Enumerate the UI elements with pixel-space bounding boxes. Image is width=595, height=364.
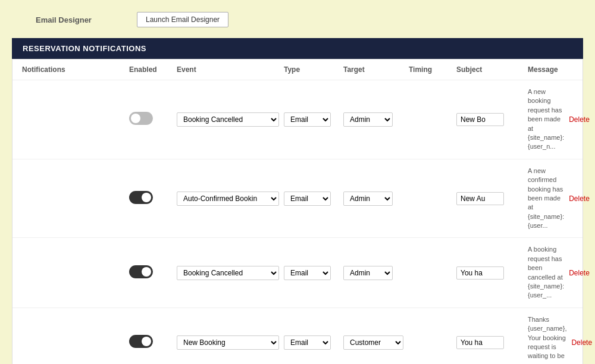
target-cell-2: Admin xyxy=(341,190,406,207)
notifications-cell-2 xyxy=(20,197,127,200)
subject-input-4[interactable] xyxy=(456,336,504,349)
target-select-3[interactable]: Admin xyxy=(343,266,393,280)
event-cell-1: Booking Cancelled Auto-Confirmed Booking… xyxy=(174,111,281,128)
target-select-2[interactable]: Admin xyxy=(343,192,393,206)
type-cell-3: Email SMS xyxy=(281,265,341,281)
toggle-cell-3 xyxy=(127,264,174,281)
target-select-4[interactable]: Customer xyxy=(343,335,403,350)
event-cell-4: Booking Cancelled Auto-Confirmed Booking… xyxy=(174,334,281,351)
notifications-cell-3 xyxy=(20,272,127,274)
enabled-toggle-1[interactable] xyxy=(129,112,153,125)
subject-cell-1 xyxy=(454,112,525,127)
subject-cell-3 xyxy=(454,265,525,281)
notifications-cell-4 xyxy=(20,341,127,344)
timing-cell-2 xyxy=(406,197,454,200)
toggle-cell-2 xyxy=(127,190,174,207)
delete-cell-2: Delete xyxy=(566,193,595,204)
notifications-cell-1 xyxy=(20,118,127,121)
table-row: Booking Cancelled Auto-Confirmed Booking… xyxy=(12,238,583,307)
delete-button-4[interactable]: Delete xyxy=(571,338,592,347)
type-select-2[interactable]: Email SMS xyxy=(284,192,331,206)
timing-cell-1 xyxy=(406,118,454,121)
launch-email-designer-button[interactable]: Launch Email Designer xyxy=(137,12,228,27)
enabled-toggle-2[interactable] xyxy=(129,191,153,204)
enabled-toggle-4[interactable] xyxy=(129,335,153,348)
col-type: Type xyxy=(281,64,341,75)
table-header-row: Notifications Enabled Event Type Target … xyxy=(12,59,583,80)
timing-cell-4 xyxy=(406,341,454,344)
message-cell-4: Thanks {user_name}, Your booking request… xyxy=(525,314,569,364)
delete-cell-3: Delete xyxy=(566,268,595,278)
col-actions xyxy=(560,64,595,75)
type-select-3[interactable]: Email SMS xyxy=(284,266,331,280)
toggle-cell-1 xyxy=(127,111,174,128)
subject-input-3[interactable] xyxy=(456,266,504,280)
message-text-1: A new booking request has been made at {… xyxy=(528,88,564,150)
col-notifications: Notifications xyxy=(20,64,127,75)
type-select-1[interactable]: Email SMS xyxy=(284,112,331,127)
event-select-3[interactable]: Booking Cancelled Auto-Confirmed Booking… xyxy=(177,266,279,280)
message-cell-3: A booking request has been cancelled at … xyxy=(525,244,566,301)
event-select-2[interactable]: Booking Cancelled Auto-Confirmed Booking… xyxy=(177,192,279,206)
toggle-slider-1 xyxy=(129,112,153,125)
toggle-cell-4 xyxy=(127,334,174,351)
col-event: Event xyxy=(174,64,281,75)
table-row: Booking Cancelled Auto-Confirmed Booking… xyxy=(12,308,583,364)
type-select-4[interactable]: Email SMS xyxy=(284,335,331,350)
event-cell-2: Booking Cancelled Auto-Confirmed Booking… xyxy=(174,190,281,207)
type-cell-1: Email SMS xyxy=(281,111,341,128)
type-cell-2: Email SMS xyxy=(281,190,341,207)
col-subject: Subject xyxy=(454,64,525,75)
message-text-3: A booking request has been cancelled at … xyxy=(528,246,564,299)
target-cell-1: Admin xyxy=(341,111,406,128)
col-message: Message xyxy=(525,64,560,75)
delete-button-3[interactable]: Delete xyxy=(569,269,590,277)
message-text-2: A new confirmed booking has been made at… xyxy=(528,167,564,229)
message-cell-2: A new confirmed booking has been made at… xyxy=(525,165,566,232)
target-cell-4: Customer xyxy=(341,334,406,351)
col-timing: Timing xyxy=(406,64,454,75)
event-cell-3: Booking Cancelled Auto-Confirmed Booking… xyxy=(174,265,281,281)
event-select-4[interactable]: Booking Cancelled Auto-Confirmed Booking… xyxy=(177,335,279,350)
event-select-1[interactable]: Booking Cancelled Auto-Confirmed Booking… xyxy=(177,112,279,127)
section-header: RESERVATION NOTIFICATIONS xyxy=(12,38,583,59)
delete-cell-1: Delete xyxy=(566,114,595,125)
subject-cell-4 xyxy=(454,335,525,350)
target-select-1[interactable]: Admin xyxy=(343,112,393,127)
message-text-4: Thanks {user_name}, Your booking request… xyxy=(528,316,566,364)
delete-cell-4: Delete xyxy=(569,337,595,348)
toggle-slider-2 xyxy=(129,191,153,204)
table-row: Booking Cancelled Auto-Confirmed Booking… xyxy=(12,159,583,239)
toggle-slider-4 xyxy=(129,335,153,348)
subject-input-2[interactable] xyxy=(456,192,504,205)
col-enabled: Enabled xyxy=(127,64,174,75)
page-wrapper: Email Designer Launch Email Designer RES… xyxy=(0,0,595,364)
delete-button-2[interactable]: Delete xyxy=(569,194,590,203)
email-designer-label: Email Designer xyxy=(36,15,119,24)
enabled-toggle-3[interactable] xyxy=(129,265,153,278)
table-row: Booking Cancelled Auto-Confirmed Booking… xyxy=(12,80,583,159)
message-cell-1: A new booking request has been made at {… xyxy=(525,86,566,153)
subject-cell-2 xyxy=(454,191,525,206)
type-cell-4: Email SMS xyxy=(281,334,341,351)
target-cell-3: Admin xyxy=(341,265,406,281)
delete-button-1[interactable]: Delete xyxy=(569,115,590,124)
toggle-slider-3 xyxy=(129,265,153,278)
email-designer-row: Email Designer Launch Email Designer xyxy=(12,6,583,38)
notifications-table: Notifications Enabled Event Type Target … xyxy=(12,59,583,364)
subject-input-1[interactable] xyxy=(456,113,504,126)
timing-cell-3 xyxy=(406,272,454,274)
col-target: Target xyxy=(341,64,406,75)
